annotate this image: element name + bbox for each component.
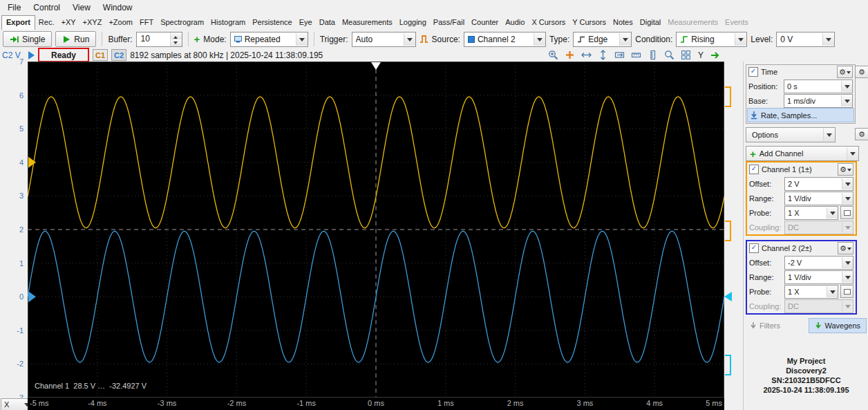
tab-histogram[interactable]: Histogram	[207, 15, 249, 29]
plot-tool-icons: Y	[547, 49, 721, 61]
tab-xy[interactable]: +XY	[57, 15, 79, 29]
magnifier-button[interactable]	[663, 50, 675, 61]
show-panel-arrow-icon[interactable]	[710, 50, 721, 61]
grid-view-button[interactable]	[680, 50, 692, 61]
mode-select[interactable]: Repeated	[230, 32, 308, 47]
tab-x-cursors[interactable]: X Cursors	[528, 15, 569, 29]
tab-digital[interactable]: Digital	[636, 15, 665, 29]
menu-window[interactable]: Window	[97, 1, 139, 15]
dropdown-arrow-icon	[823, 129, 835, 141]
tab-measurements[interactable]: Measurements	[339, 15, 396, 29]
menu-view[interactable]: View	[66, 1, 97, 15]
channel-1-gear-button[interactable]	[838, 163, 853, 176]
tab-spectrogram[interactable]: Spectrogram	[157, 15, 207, 29]
menu-file[interactable]: File	[1, 1, 27, 15]
channel-1-offset-select[interactable]: 2 V	[784, 177, 853, 191]
trigger-type-select[interactable]: Edge	[573, 32, 632, 47]
channel-2-probe-label: Probe:	[749, 288, 782, 296]
tab-audio[interactable]: Audio	[502, 15, 528, 29]
channel-1-range-select[interactable]: 1 V/div	[784, 192, 853, 205]
trigger-settings-icon[interactable]	[419, 35, 428, 44]
plot-area[interactable]: Channel 1 28.5 V … -32.4927 V Channel 2 …	[28, 62, 724, 398]
channel-1-probe-button[interactable]	[840, 206, 853, 219]
spin-down-icon[interactable]	[171, 39, 182, 46]
channel-1-range-handle-bottom[interactable]	[725, 221, 731, 241]
channel-2-probe-button[interactable]	[840, 285, 853, 298]
tab-xyz[interactable]: +XYZ	[79, 15, 106, 29]
time-dock-button[interactable]	[855, 66, 868, 78]
channel-2-offset-marker[interactable]	[28, 291, 36, 302]
zoom-in-button[interactable]	[547, 50, 559, 61]
trigger-level-select[interactable]: 0 V	[776, 32, 835, 47]
zoom-x-button[interactable]	[614, 50, 625, 61]
screen-mode-icon	[234, 36, 242, 43]
time-checkbox[interactable]	[748, 67, 758, 77]
tab-data[interactable]: Data	[316, 15, 339, 29]
tab-export[interactable]: Export	[1, 15, 35, 30]
trigger-source-select[interactable]: Channel 2	[464, 32, 546, 47]
tab-fft[interactable]: FFT	[136, 15, 157, 29]
channel-1-range-handle-top[interactable]	[725, 86, 731, 107]
channel-1-checkbox[interactable]	[749, 165, 759, 174]
trigger-mode-select[interactable]: Auto	[352, 32, 416, 47]
ruler-horizontal-button[interactable]	[630, 50, 642, 61]
tab-rec[interactable]: Rec.	[35, 15, 58, 29]
tab-pass-fail[interactable]: Pass/Fail	[430, 15, 468, 29]
buffer-spinner[interactable]: 10	[136, 32, 182, 47]
time-panel: Time Position: 0 s Base: 1 ms/div Rate, …	[746, 64, 856, 124]
y-axis-button[interactable]: Y	[698, 50, 704, 60]
channel-2-range-label: Range:	[749, 273, 782, 281]
channel-2-tab[interactable]: C2	[111, 49, 126, 61]
channel-1-probe-select[interactable]: 1 X	[784, 206, 838, 220]
tab-y-cursors[interactable]: Y Cursors	[569, 15, 610, 29]
single-button[interactable]: Single	[3, 31, 52, 47]
tab-e​ye[interactable]: Eye	[296, 15, 316, 29]
channel-2-offset-value: -2 V	[788, 259, 842, 267]
channel-2-offset-select[interactable]: -2 V	[784, 256, 853, 270]
trigger-level-marker[interactable]	[724, 292, 732, 301]
y-axis[interactable]: 76543210-1-2-3	[0, 62, 28, 398]
trigger-condition-select[interactable]: Rising	[676, 32, 747, 47]
dropdown-arrow-icon	[842, 193, 853, 204]
tab-zoom[interactable]: +Zoom	[105, 15, 136, 29]
channel-2-gear-button[interactable]	[838, 242, 853, 254]
channel-2-range-handle[interactable]	[725, 355, 731, 375]
base-select[interactable]: 1 ms/div	[784, 94, 853, 108]
channel-1-tab[interactable]: C1	[93, 49, 108, 61]
oscilloscope-canvas[interactable]	[28, 62, 724, 398]
run-button[interactable]: Run	[55, 31, 96, 47]
trigger-position-marker[interactable]	[371, 62, 381, 70]
channel-2-panel-title: Channel 2 (2±)	[762, 244, 812, 252]
filters-button[interactable]: Filters	[746, 319, 807, 333]
options-dropdown[interactable]: Options	[746, 127, 836, 142]
rate-samples-button[interactable]: Rate, Samples...	[747, 108, 854, 122]
control-toolbar: Single Run Buffer: 10 Mode: Repeated Tri…	[0, 30, 868, 49]
tab-logging[interactable]: Logging	[396, 15, 430, 29]
dropdown-arrow-icon	[842, 222, 853, 233]
channel-2-checkbox[interactable]	[749, 243, 759, 253]
tab-counter[interactable]: Counter	[468, 15, 502, 29]
single-button-label: Single	[22, 35, 45, 44]
type-label: Type:	[549, 35, 569, 44]
time-gear-button[interactable]	[837, 66, 853, 78]
trigger-condition-value: Rising	[691, 35, 732, 44]
base-label: Base:	[748, 97, 782, 105]
tab-persistence[interactable]: Persistence	[249, 15, 295, 29]
ruler-vertical-button[interactable]	[647, 50, 659, 61]
dropdown-arrow-icon	[842, 272, 853, 283]
menu-control[interactable]: Control	[27, 1, 66, 15]
project-info: My Project Discovery2 SN:210321B5DFCC 20…	[744, 356, 868, 395]
add-channel-button[interactable]: Add Channel	[746, 146, 859, 161]
x-axis-selector-label: X	[4, 400, 9, 409]
fit-vertical-button[interactable]	[597, 50, 609, 61]
wavegens-button[interactable]: Wavegens	[809, 318, 867, 333]
add-cursor-button[interactable]	[564, 50, 576, 61]
position-select[interactable]: 0 s	[784, 80, 853, 93]
channel-2-range-select[interactable]: 1 V/div	[784, 270, 853, 284]
spin-up-icon[interactable]	[171, 32, 182, 39]
channel-2-probe-select[interactable]: 1 X	[784, 285, 838, 299]
options-gear-button[interactable]	[855, 128, 868, 140]
tab-notes[interactable]: Notes	[610, 15, 636, 29]
fit-horizontal-button[interactable]	[581, 50, 592, 61]
add-acquisition-icon[interactable]	[194, 35, 200, 44]
